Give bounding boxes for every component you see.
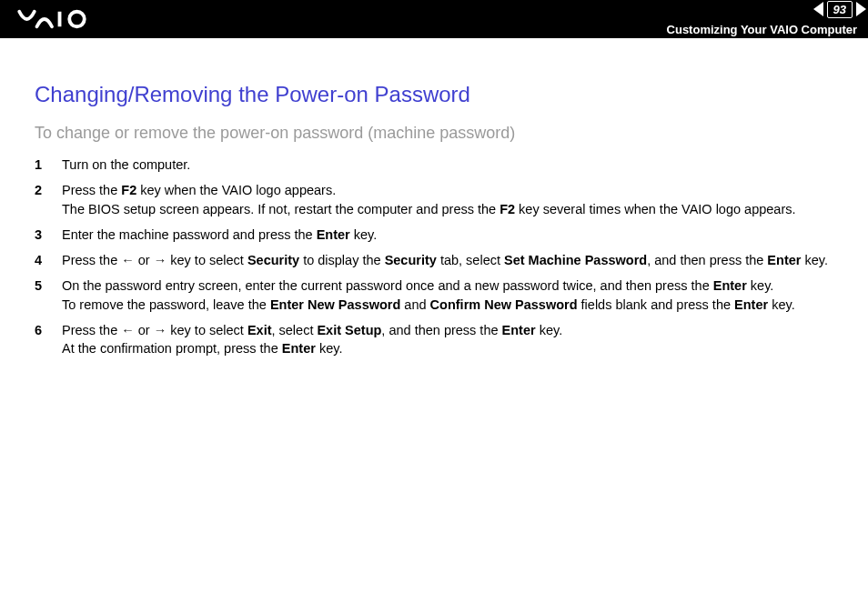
step-item: 2Press the F2 key when the VAIO logo app… [35,181,833,218]
step-text: On the password entry screen, enter the … [62,276,833,314]
svg-point-1 [69,12,85,27]
arrow-left-icon: ← [121,323,135,337]
bold-text: Security [247,253,299,267]
bold-text: Exit Setup [317,323,381,337]
content: Changing/Removing the Power-on Password … [0,38,868,358]
bold-text: Exit [247,323,272,337]
page-subtitle: To change or remove the power-on passwor… [35,124,833,143]
step-number: 2 [35,181,62,218]
step-number: 3 [35,226,62,244]
vaio-logo [16,9,107,29]
nav-next-icon[interactable] [856,2,866,16]
step-text: Press the F2 key when the VAIO logo appe… [62,181,833,218]
step-item: 6Press the ← or → key to select Exit, se… [35,321,833,358]
step-text: Enter the machine password and press the… [62,226,833,244]
step-text: Press the ← or → key to select Exit, sel… [62,321,833,358]
bold-text: F2 [121,183,136,197]
page-number: 93 [827,1,853,18]
bold-text: Enter [734,297,768,312]
page-nav: 93 [813,0,868,18]
svg-rect-0 [58,12,62,27]
step-number: 4 [35,251,62,269]
step-number: 6 [35,321,62,358]
bold-text: Enter New Password [270,297,400,312]
step-item: 4Press the ← or → key to select Security… [35,251,833,269]
bold-text: Confirm New Password [430,297,578,312]
bold-text: Enter [502,323,536,337]
bold-text: F2 [500,202,515,216]
step-item: 5On the password entry screen, enter the… [35,276,833,314]
bold-text: Enter [317,227,350,242]
arrow-left-icon: ← [121,253,135,267]
bold-text: Enter [713,278,747,293]
step-text: Turn on the computer. [62,156,833,174]
step-number: 1 [35,156,62,174]
arrow-right-icon: → [154,253,167,267]
step-text: Press the ← or → key to select Security … [62,251,833,269]
steps-list: 1Turn on the computer.2Press the F2 key … [35,156,833,358]
nav-prev-icon[interactable] [813,2,823,16]
arrow-right-icon: → [154,323,167,337]
bold-text: Security [385,253,437,267]
bold-text: Enter [767,253,801,267]
bold-text: Enter [282,341,316,356]
bold-text: Set Machine Password [504,253,647,267]
page-title: Changing/Removing the Power-on Password [35,82,833,107]
breadcrumb: Customizing Your VAIO Computer [667,23,863,36]
step-number: 5 [35,276,62,314]
step-item: 1Turn on the computer. [35,156,833,174]
header-bar: 93 Customizing Your VAIO Computer [0,0,868,38]
step-item: 3Enter the machine password and press th… [35,226,833,244]
